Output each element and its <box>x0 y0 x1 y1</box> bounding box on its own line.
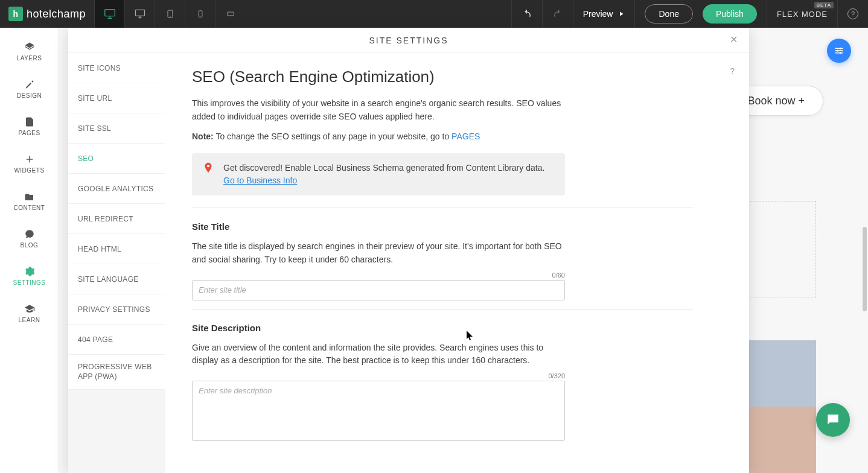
modal-header: SITE SETTINGS ✕ <box>68 28 749 53</box>
svg-point-7 <box>840 48 841 49</box>
device-phone[interactable] <box>185 0 215 28</box>
site-title-heading: Site Title <box>192 221 713 232</box>
settings-sidebar: SITE ICONS SITE URL SITE SSL SEO GOOGLE … <box>68 53 165 473</box>
panel-description: This improves the visibility of your web… <box>192 97 566 123</box>
undo-button[interactable] <box>511 0 542 28</box>
site-desc-char-count: 0/320 <box>192 372 565 379</box>
nav-label: CONTENT <box>14 205 45 211</box>
info-box-text: Get discovered! Enable Local Business Sc… <box>223 162 544 187</box>
device-desktop[interactable] <box>124 0 155 28</box>
nav-label: PAGES <box>18 130 40 136</box>
sidebar-item-url-redirect[interactable]: URL REDIRECT <box>68 204 165 234</box>
panel-note: Note: To change the SEO settings of any … <box>192 132 713 141</box>
nav-label: WIDGETS <box>14 167 44 174</box>
nav-label: DESIGN <box>17 92 42 99</box>
site-desc-desc: Give an overview of the content and info… <box>192 341 566 367</box>
panel-help-icon[interactable]: ? <box>730 66 735 75</box>
note-text: To change the SEO settings of any page i… <box>214 132 452 141</box>
info-box-msg: Get discovered! Enable Local Business Sc… <box>223 163 544 173</box>
nav-label: BLOG <box>21 242 39 249</box>
nav-layers[interactable]: LAYERS <box>0 33 59 70</box>
preview-button[interactable]: Preview <box>573 0 635 28</box>
device-tablet[interactable] <box>155 0 185 28</box>
site-desc-input[interactable] <box>192 381 565 441</box>
close-icon[interactable]: ✕ <box>729 34 739 45</box>
canvas-placeholder <box>744 201 816 297</box>
device-selector <box>94 0 245 28</box>
site-title-input[interactable] <box>192 280 565 300</box>
divider <box>192 208 693 208</box>
nav-settings[interactable]: SETTINGS <box>0 257 59 294</box>
sidebar-item-site-url[interactable]: SITE URL <box>68 83 165 113</box>
flex-mode-button[interactable]: FLEX MODE BETA <box>767 0 837 28</box>
publish-button[interactable]: Publish <box>703 4 757 24</box>
business-info-link[interactable]: Go to Business Info <box>223 176 297 185</box>
sidebar-item-404-page[interactable]: 404 PAGE <box>68 325 165 355</box>
preview-label: Preview <box>583 9 613 19</box>
device-wide[interactable] <box>215 0 245 28</box>
site-desc-heading: Site Description <box>192 323 713 333</box>
sidebar-item-google-analytics[interactable]: GOOGLE ANALYTICS <box>68 174 165 204</box>
nav-label: SETTINGS <box>13 279 45 286</box>
svg-rect-6 <box>227 12 234 16</box>
site-settings-modal: SITE SETTINGS ✕ SITE ICONS SITE URL SITE… <box>68 28 749 473</box>
divider <box>192 309 693 310</box>
adjust-fab[interactable] <box>827 39 851 63</box>
help-button[interactable]: ? <box>837 0 868 28</box>
sidebar-item-head-html[interactable]: HEAD HTML <box>68 234 165 264</box>
nav-pages[interactable]: PAGES <box>0 107 59 145</box>
nav-blog[interactable]: BLOG <box>0 220 59 257</box>
cursor-icon <box>467 331 474 340</box>
brand-name: hotelchamp <box>27 8 86 21</box>
redo-button[interactable] <box>542 0 573 28</box>
svg-point-9 <box>840 52 841 54</box>
publish-seg: Publish <box>703 0 767 28</box>
nav-design[interactable]: DESIGN <box>0 70 59 107</box>
svg-point-5 <box>200 16 200 16</box>
sidebar-item-site-ssl[interactable]: SITE SSL <box>68 113 165 144</box>
device-tv[interactable] <box>94 0 124 28</box>
sidebar-item-privacy-settings[interactable]: PRIVACY SETTINGS <box>68 294 165 325</box>
brand-logo: h <box>8 7 23 21</box>
nav-content[interactable]: CONTENT <box>0 182 59 220</box>
pages-link[interactable]: PAGES <box>452 132 480 141</box>
info-box: Get discovered! Enable Local Business Sc… <box>192 153 565 195</box>
svg-point-8 <box>837 50 838 52</box>
svg-rect-1 <box>135 10 144 16</box>
sidebar-item-seo[interactable]: SEO <box>68 144 165 174</box>
help-icon: ? <box>847 8 858 19</box>
done-seg: Done <box>634 0 702 28</box>
svg-rect-0 <box>104 10 115 16</box>
left-nav: LAYERS DESIGN PAGES WIDGETS CONTENT BLOG… <box>0 28 59 473</box>
sidebar-item-pwa[interactable]: PROGRESSIVE WEB APP (PWA) <box>68 355 165 390</box>
topbar: h hotelchamp Preview Done Publish <box>0 0 868 28</box>
panel-title: SEO (Search Engine Optimization) <box>192 68 713 86</box>
flex-mode-label: FLEX MODE <box>777 10 828 19</box>
brand-logo-area[interactable]: h hotelchamp <box>0 7 94 21</box>
svg-point-10 <box>207 165 209 168</box>
note-label: Note: <box>192 132 214 141</box>
site-title-char-count: 0/60 <box>192 271 565 279</box>
beta-badge: BETA <box>814 2 834 8</box>
chat-fab[interactable] <box>816 403 850 437</box>
modal-title: SITE SETTINGS <box>369 36 448 45</box>
done-button[interactable]: Done <box>645 4 692 24</box>
site-title-desc: The site title is displayed by search en… <box>192 240 566 266</box>
nav-learn[interactable]: LEARN <box>0 294 59 332</box>
nav-label: LEARN <box>19 317 40 323</box>
settings-panel: ? SEO (Search Engine Optimization) This … <box>174 53 749 473</box>
nav-widgets[interactable]: WIDGETS <box>0 145 59 182</box>
scrollbar-thumb[interactable] <box>863 227 867 311</box>
sidebar-item-site-icons[interactable]: SITE ICONS <box>68 53 165 83</box>
svg-point-3 <box>170 16 170 17</box>
nav-label: LAYERS <box>17 55 42 62</box>
sidebar-item-site-language[interactable]: SITE LANGUAGE <box>68 264 165 294</box>
map-pin-icon <box>202 162 215 175</box>
